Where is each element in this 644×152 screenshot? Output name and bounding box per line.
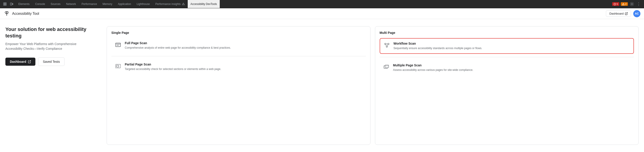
- cards-panel: Single Page Full Page Scan Comprehensive…: [106, 26, 638, 145]
- hero-title: Your solution for web accessibility test…: [6, 26, 94, 39]
- tab-memory[interactable]: Memory: [100, 0, 115, 8]
- user-avatar[interactable]: AC: [633, 10, 640, 17]
- tab-accessibility-devtools[interactable]: Accessibility DevTools: [188, 0, 220, 8]
- tab-sources[interactable]: Sources: [48, 0, 64, 8]
- workflow-scan-desc: Sequentially ensure accessibility standa…: [394, 46, 482, 50]
- svg-rect-1: [5, 3, 6, 4]
- settings-icon[interactable]: [629, 1, 634, 7]
- devtools-right-icons: 5 2 ⋮: [610, 1, 643, 7]
- workflow-scan-icon: [383, 42, 390, 49]
- workflow-scan-info: Workflow Scan Sequentially ensure access…: [394, 42, 482, 50]
- svg-point-10: [615, 5, 615, 5]
- full-page-scan-card[interactable]: Full Page Scan Comprehensive analysis of…: [111, 38, 366, 53]
- tab-application[interactable]: Application: [115, 0, 134, 8]
- partial-page-scan-icon: [114, 63, 122, 70]
- multiple-page-scan-info: Multiple Page Scan Assess accessibility …: [393, 63, 473, 72]
- external-link-icon: [625, 12, 628, 15]
- svg-rect-5: [12, 3, 13, 5]
- partial-page-scan-info: Partial Page Scan Targeted accessibility…: [125, 63, 221, 71]
- multiple-page-scan-name: Multiple Page Scan: [393, 63, 473, 67]
- svg-point-13: [632, 4, 632, 5]
- single-page-title: Single Page: [111, 31, 366, 35]
- tab-network[interactable]: Network: [64, 0, 79, 8]
- full-page-scan-icon: [114, 41, 122, 48]
- full-page-scan-desc: Comprehensive analysis of entire web pag…: [125, 46, 231, 50]
- devtools-tabbar: Elements Console Sources Network Perform…: [0, 0, 644, 8]
- svg-point-21: [388, 43, 389, 45]
- single-page-column: Single Page Full Page Scan Comprehensive…: [106, 26, 370, 145]
- dashboard-button[interactable]: Dashboard: [6, 58, 36, 66]
- tab-lighthouse[interactable]: Lighthouse: [134, 0, 153, 8]
- warning-count-badge[interactable]: 2: [621, 2, 628, 6]
- tab-elements[interactable]: Elements: [16, 0, 32, 8]
- multi-page-title: Multi Page: [380, 31, 634, 35]
- scan-divider: [111, 56, 366, 56]
- devtools-tabs: Elements Console Sources Network Perform…: [16, 0, 610, 8]
- hero-actions: Dashboard Saved Tests: [6, 57, 94, 66]
- workflow-scan-name: Workflow Scan: [394, 42, 482, 45]
- app-header-right: Dashboard AC: [606, 10, 640, 17]
- device-toolbar-icon[interactable]: [9, 1, 14, 7]
- dashboard-external-icon: [28, 60, 31, 63]
- app-header: Accessibility Tool Dashboard AC: [0, 8, 644, 19]
- svg-line-25: [386, 45, 386, 46]
- more-options-icon[interactable]: ⋮: [636, 1, 641, 7]
- multi-page-column: Multi Page Workflow Scan Sequentially: [375, 26, 639, 145]
- svg-rect-19: [116, 65, 119, 67]
- saved-tests-button[interactable]: Saved Tests: [38, 57, 64, 66]
- header-dashboard-button[interactable]: Dashboard: [606, 10, 631, 17]
- multiple-page-scan-desc: Assess accessibility across various page…: [393, 68, 473, 72]
- tab-console[interactable]: Console: [32, 0, 48, 8]
- main-content: Your solution for web accessibility test…: [0, 19, 644, 152]
- full-page-scan-info: Full Page Scan Comprehensive analysis of…: [125, 41, 231, 50]
- error-count-badge[interactable]: 5: [612, 2, 619, 6]
- partial-page-scan-name: Partial Page Scan: [125, 63, 221, 66]
- inspect-icon[interactable]: [2, 1, 8, 7]
- multiple-page-scan-card[interactable]: Multiple Page Scan Assess accessibility …: [380, 60, 634, 75]
- app-logo-icon: [4, 11, 10, 17]
- app-header-left: Accessibility Tool: [4, 11, 39, 17]
- svg-point-7: [183, 5, 184, 5]
- full-page-scan-name: Full Page Scan: [125, 41, 231, 45]
- svg-line-24: [387, 45, 388, 46]
- partial-page-scan-desc: Targeted accessibility check for selecte…: [125, 67, 221, 71]
- left-panel: Your solution for web accessibility test…: [6, 26, 100, 145]
- svg-rect-2: [4, 4, 5, 5]
- multi-scan-divider: [380, 57, 634, 57]
- svg-rect-3: [5, 4, 6, 5]
- tab-performance-insights[interactable]: Performance insights: [153, 0, 188, 8]
- svg-point-22: [386, 46, 388, 47]
- partial-page-scan-card[interactable]: Partial Page Scan Targeted accessibility…: [111, 59, 366, 74]
- tab-performance[interactable]: Performance: [79, 0, 100, 8]
- multiple-page-scan-icon: [383, 63, 390, 71]
- svg-point-20: [384, 43, 386, 45]
- workflow-scan-card[interactable]: Workflow Scan Sequentially ensure access…: [380, 38, 634, 54]
- app-title: Accessibility Tool: [12, 12, 39, 16]
- svg-point-12: [623, 5, 624, 5]
- svg-rect-0: [4, 3, 5, 4]
- svg-rect-27: [385, 65, 389, 68]
- devtools-left-icons: [1, 1, 16, 7]
- hero-subtitle: Empower Your Web Platforms with Comprehe…: [6, 42, 94, 51]
- svg-rect-4: [10, 3, 12, 5]
